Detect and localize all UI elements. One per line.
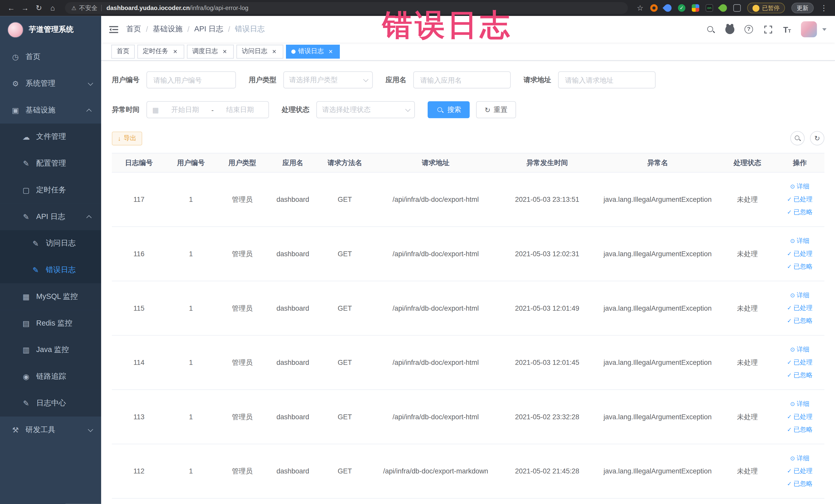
extension-icon-check[interactable]: ✓ [678,4,685,12]
user-avatar[interactable] [801,21,817,37]
extension-icon-leaf[interactable] [718,3,729,13]
extension-icon-on-badge[interactable]: on [706,4,713,12]
back-button[interactable]: ← [5,2,17,14]
sidebar-item-infra[interactable]: ▣基础设施 [0,97,101,124]
action-detail[interactable]: ⊙详细 [790,400,809,408]
user-id-input[interactable] [147,72,236,88]
tab-error-log[interactable]: 错误日志× [286,44,340,58]
github-icon[interactable] [725,24,735,35]
action-ignored[interactable]: ✓已忽略 [787,425,813,434]
table-body: 1171管理员dashboardGET/api/infra/db-doc/exp… [112,173,824,499]
sidebar-item-mysql[interactable]: ▦MySQL 监控 [0,283,101,310]
action-label: 详细 [796,237,809,245]
bookmark-star-icon[interactable]: ☆ [634,2,646,14]
app-name-label: 应用名 [386,75,406,85]
sidebar-item-redis[interactable]: ▤Redis 监控 [0,310,101,337]
extension-icon-orange[interactable] [650,4,658,12]
sidebar-item-home[interactable]: ◷首页 [0,44,101,70]
forward-button[interactable]: → [19,2,31,14]
action-ignored[interactable]: ✓已忽略 [787,479,813,488]
user-id-cell: 1 [166,413,216,421]
app-name-input[interactable] [413,72,511,88]
home-button[interactable]: ⌂ [47,2,59,14]
sidebar-item-label: 访问日志 [46,239,76,248]
action-detail[interactable]: ⊙详细 [790,291,809,300]
toggle-search-button[interactable] [790,131,805,145]
export-button[interactable]: ↓ 导出 [112,131,142,145]
sidebar-item-config[interactable]: ✎配置管理 [0,150,101,177]
breadcrumb-item[interactable]: 基础设施 [153,24,183,34]
sidebar-item-error-log[interactable]: ✎错误日志 [0,257,101,283]
action-processed[interactable]: ✓已处理 [787,466,813,476]
tab-job[interactable]: 定时任务× [137,44,184,58]
profile-paused-badge[interactable]: 已暂停 [747,3,785,13]
extension-icon-grid[interactable] [692,4,699,12]
close-icon[interactable]: × [171,48,179,55]
sidebar-item-label: 错误日志 [46,265,76,275]
hamburger-icon[interactable] [101,25,126,33]
close-icon[interactable]: × [327,48,334,55]
url-cell: /api/infra/db-doc/export-html [373,304,499,312]
search-button[interactable]: 搜索 [428,101,470,118]
request-url-input[interactable] [558,72,656,88]
download-icon: ↓ [118,135,121,142]
action-processed[interactable]: ✓已处理 [787,304,813,313]
breadcrumb-item[interactable]: API 日志 [194,24,223,34]
api-log-icon: ✎ [21,213,31,221]
actions-cell: ⊙详细✓已处理✓已忽略 [775,454,824,489]
action-ignored[interactable]: ✓已忽略 [787,262,813,271]
breadcrumb-separator: / [187,25,189,34]
action-label: 已处理 [793,195,813,204]
font-size-icon[interactable]: TT [782,24,792,35]
action-detail[interactable]: ⊙详细 [790,182,809,191]
reload-button[interactable]: ↻ [33,2,45,14]
close-icon[interactable]: × [221,48,228,55]
help-icon[interactable]: ? [744,24,754,35]
menu-kebab-icon[interactable]: ⋮ [818,2,830,14]
user-type-select[interactable]: 请选择用户类型 [283,72,373,88]
action-ignored[interactable]: ✓已忽略 [787,316,813,325]
sidebar-item-api-log[interactable]: ✎API 日志 [0,204,101,230]
process-status-select[interactable]: 请选择处理状态 [316,101,415,118]
action-detail[interactable]: ⊙详细 [790,237,809,245]
chevron-down-icon[interactable] [822,28,827,31]
sidebar-item-log-center[interactable]: ✎日志中心 [0,390,101,417]
action-processed[interactable]: ✓已处理 [787,249,813,258]
sidebar-item-job[interactable]: ▢定时任务 [0,177,101,204]
search-icon[interactable] [705,24,716,35]
date-range-picker[interactable]: ▦ 开始日期 - 结束日期 [147,101,269,118]
action-processed[interactable]: ✓已处理 [787,195,813,204]
job-icon: ▢ [21,186,31,194]
table-row: 1121管理员dashboardGET/api/infra/db-doc/exp… [112,444,824,499]
filter-row-1: 用户编号 用户类型 请选择用户类型 应用名 [112,72,824,88]
breadcrumb-item[interactable]: 首页 [126,24,141,34]
action-detail[interactable]: ⊙详细 [790,454,809,463]
sidebar-item-trace[interactable]: ◉链路追踪 [0,363,101,390]
tab-job-log[interactable]: 调度日志× [187,44,234,58]
close-icon[interactable]: × [270,48,278,55]
app-cell: dashboard [268,250,317,258]
address-bar[interactable]: ⚠ 不安全 dashboard.yudao.iocoder.cn/infra/l… [65,2,628,14]
tab-access-log[interactable]: 访问日志× [237,44,283,58]
table-row: 1161管理员dashboardGET/api/infra/db-doc/exp… [112,227,824,281]
update-button[interactable]: 更新 [791,3,814,13]
action-processed[interactable]: ✓已处理 [787,412,813,421]
reset-button[interactable]: ↻ 重置 [476,101,516,118]
id-cell: 113 [112,413,166,421]
fullscreen-icon[interactable] [762,24,773,35]
sidebar-item-file[interactable]: ☁文件管理 [0,123,101,150]
app-cell: dashboard [268,195,317,203]
action-processed[interactable]: ✓已处理 [787,358,813,367]
extension-icon-drop[interactable] [663,3,673,13]
sidebar-item-access-log[interactable]: ✎访问日志 [0,230,101,257]
refresh-button[interactable]: ↻ [810,131,824,145]
action-ignored[interactable]: ✓已忽略 [787,371,813,380]
sidebar-item-system[interactable]: ⚙系统管理 [0,70,101,97]
action-detail[interactable]: ⊙详细 [790,345,809,354]
url-cell: /api/infra/db-doc/export-html [373,413,499,421]
extensions-puzzle-icon[interactable] [733,4,741,12]
sidebar-item-dev-tools[interactable]: ⚒研发工具 [0,417,101,443]
action-ignored[interactable]: ✓已忽略 [787,208,813,217]
tab-home[interactable]: 首页 [111,44,135,58]
sidebar-item-java[interactable]: ▥Java 监控 [0,337,101,363]
